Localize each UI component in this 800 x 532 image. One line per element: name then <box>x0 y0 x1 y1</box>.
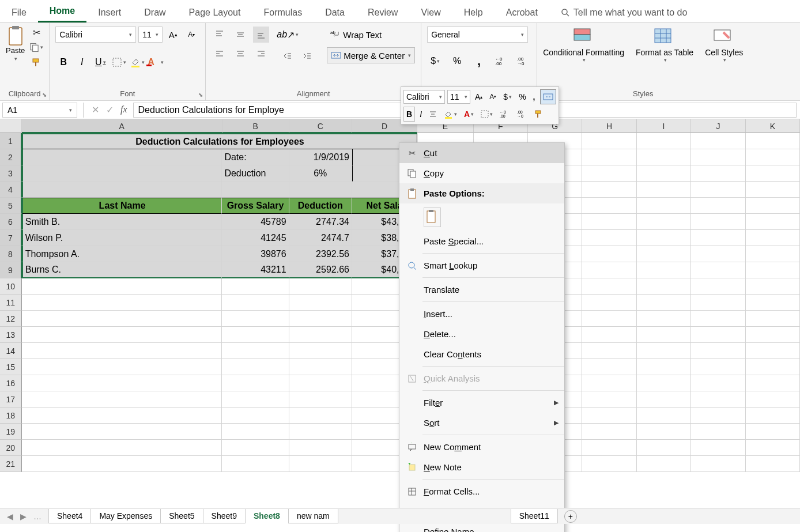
cell[interactable] <box>637 343 691 359</box>
select-all-corner[interactable] <box>0 119 22 133</box>
decrease-decimal-button[interactable]: .00→0 <box>515 53 531 69</box>
cm-translate[interactable]: Translate <box>399 280 564 300</box>
mini-increase-font[interactable]: A▴ <box>473 89 485 104</box>
cell[interactable] <box>637 214 691 230</box>
row-header[interactable]: 13 <box>0 327 22 343</box>
cell[interactable] <box>691 133 745 149</box>
cell[interactable] <box>691 214 745 230</box>
format-as-table-button[interactable]: Format as Table▾ <box>636 27 693 63</box>
cell[interactable] <box>691 359 745 375</box>
cell[interactable] <box>289 408 352 424</box>
cell[interactable] <box>691 295 745 311</box>
cell[interactable] <box>222 311 289 327</box>
paste-button[interactable]: Paste ▾ <box>6 27 25 62</box>
cell[interactable]: Wilson P. <box>22 230 222 246</box>
cell[interactable] <box>582 391 636 408</box>
cell[interactable] <box>746 182 800 198</box>
mini-comma[interactable]: , <box>531 89 538 104</box>
cell[interactable] <box>289 391 352 408</box>
tab-acrobat[interactable]: Acrobat <box>495 3 549 22</box>
cell[interactable] <box>637 198 691 214</box>
cell[interactable] <box>222 375 289 391</box>
tab-insert[interactable]: Insert <box>86 3 133 22</box>
row-header[interactable]: 1 <box>0 133 22 149</box>
cell[interactable] <box>746 327 800 343</box>
cell[interactable]: 1/9/2019 <box>289 149 352 165</box>
cm-cut[interactable]: ✂Cut <box>399 143 564 163</box>
cell[interactable] <box>746 278 800 295</box>
row-header[interactable]: 19 <box>0 424 22 440</box>
cell[interactable]: 2747.34 <box>289 214 352 230</box>
cell[interactable] <box>22 424 222 440</box>
cell[interactable] <box>637 262 691 278</box>
cell[interactable]: Smith B. <box>22 214 222 230</box>
cell[interactable] <box>582 149 636 165</box>
increase-decimal-button[interactable]: ←0.00 <box>493 53 509 69</box>
align-center-button[interactable] <box>232 46 248 62</box>
mini-font-color[interactable]: A▾ <box>462 107 476 122</box>
cell[interactable] <box>222 278 289 295</box>
col-header[interactable]: I <box>637 119 691 133</box>
row-header[interactable]: 3 <box>0 165 22 182</box>
cell[interactable] <box>637 133 691 149</box>
cell[interactable]: Gross Salary <box>222 198 289 214</box>
mini-dec-decimal[interactable]: .00→0 <box>515 107 530 122</box>
name-box[interactable]: A1▾ <box>2 103 77 118</box>
row-header[interactable]: 10 <box>0 278 22 295</box>
cell[interactable] <box>746 262 800 278</box>
cell[interactable] <box>289 375 352 391</box>
cell[interactable] <box>222 408 289 424</box>
mini-align-center[interactable] <box>427 107 439 122</box>
row-header[interactable]: 7 <box>0 230 22 246</box>
cell[interactable] <box>289 295 352 311</box>
cell[interactable] <box>691 343 745 359</box>
cell[interactable] <box>746 133 800 149</box>
cell[interactable] <box>22 456 222 472</box>
cell[interactable] <box>289 456 352 472</box>
cell[interactable]: Deduction <box>222 165 289 182</box>
tab-data[interactable]: Data <box>314 3 356 22</box>
cell[interactable] <box>637 327 691 343</box>
align-right-button[interactable] <box>253 46 269 62</box>
cell[interactable] <box>289 278 352 295</box>
cell[interactable] <box>582 408 636 424</box>
cell[interactable]: 43211 <box>222 262 289 278</box>
cell[interactable] <box>22 375 222 391</box>
orientation-button[interactable]: ab↗▾ <box>280 27 296 43</box>
cell[interactable] <box>582 440 636 456</box>
row-header[interactable]: 16 <box>0 375 22 391</box>
cell[interactable] <box>637 295 691 311</box>
cell[interactable] <box>289 182 352 198</box>
cm-paste-special[interactable]: Paste Special... <box>399 231 564 251</box>
mini-currency[interactable]: $▾ <box>501 89 514 104</box>
tab-formulas[interactable]: Formulas <box>252 3 314 22</box>
tab-next[interactable]: ▶ <box>20 512 27 521</box>
cell[interactable] <box>222 391 289 408</box>
cell[interactable] <box>22 311 222 327</box>
cell[interactable] <box>222 343 289 359</box>
cell[interactable] <box>637 456 691 472</box>
row-header[interactable]: 17 <box>0 391 22 408</box>
cell[interactable] <box>22 149 222 165</box>
col-header[interactable]: K <box>746 119 800 133</box>
cell[interactable] <box>637 408 691 424</box>
cell[interactable] <box>691 440 745 456</box>
cell[interactable] <box>582 182 636 198</box>
cell[interactable] <box>691 149 745 165</box>
cell[interactable] <box>22 359 222 375</box>
cell[interactable]: 39876 <box>222 246 289 262</box>
cell[interactable] <box>582 456 636 472</box>
row-header[interactable]: 6 <box>0 214 22 230</box>
cell[interactable] <box>289 343 352 359</box>
cell[interactable] <box>691 278 745 295</box>
cell[interactable] <box>691 262 745 278</box>
tab-draw[interactable]: Draw <box>133 3 177 22</box>
cell[interactable] <box>746 295 800 311</box>
row-header[interactable]: 12 <box>0 311 22 327</box>
cell[interactable] <box>582 311 636 327</box>
tab-page-layout[interactable]: Page Layout <box>178 3 252 22</box>
cell[interactable] <box>222 327 289 343</box>
cell[interactable] <box>691 391 745 408</box>
cell[interactable] <box>582 359 636 375</box>
font-size-select[interactable]: 11▾ <box>138 27 163 43</box>
